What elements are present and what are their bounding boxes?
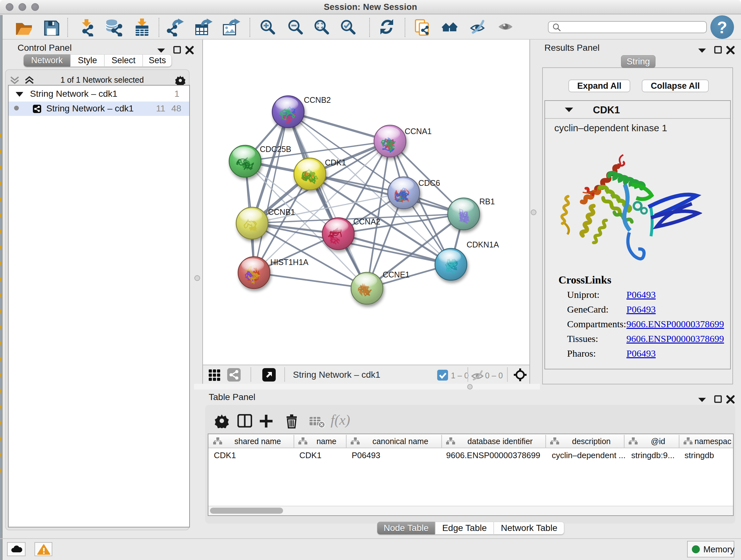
- svg-text:CCNE1: CCNE1: [383, 270, 410, 279]
- svg-text:CDC25B: CDC25B: [260, 145, 291, 153]
- svg-text:HIST1H1A: HIST1H1A: [270, 258, 309, 266]
- svg-text:RB1: RB1: [479, 197, 495, 206]
- svg-text:CCNB2: CCNB2: [304, 96, 331, 105]
- svg-text:CCNB1: CCNB1: [268, 207, 295, 216]
- svg-text:CCNA1: CCNA1: [405, 127, 432, 136]
- svg-text:CDK1: CDK1: [325, 158, 346, 167]
- svg-text:CCNA2: CCNA2: [353, 217, 381, 226]
- svg-text:CDC6: CDC6: [418, 179, 440, 187]
- svg-text:CDKN1A: CDKN1A: [467, 240, 499, 249]
